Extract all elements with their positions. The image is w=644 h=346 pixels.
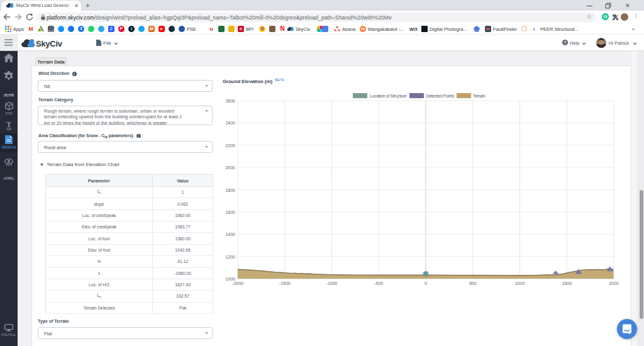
svg-text:1000: 1000: [225, 277, 235, 281]
svg-text:-500: -500: [374, 281, 383, 286]
svg-text:0: 0: [425, 281, 427, 286]
svg-text:2400: 2400: [225, 121, 235, 125]
svg-text:2000: 2000: [225, 165, 235, 170]
svg-text:2000: 2000: [609, 281, 619, 286]
svg-text:1000: 1000: [515, 281, 525, 286]
svg-text:1600: 1600: [225, 210, 235, 215]
svg-text:-2000: -2000: [232, 281, 243, 286]
svg-text:-1000: -1000: [326, 281, 338, 286]
svg-text:2600: 2600: [225, 99, 235, 103]
svg-text:1400: 1400: [225, 232, 235, 237]
svg-text:-1500: -1500: [279, 281, 291, 286]
svg-text:2200: 2200: [225, 143, 235, 148]
svg-text:1200: 1200: [225, 255, 235, 259]
svg-text:1500: 1500: [562, 281, 572, 286]
svg-text:500: 500: [469, 281, 477, 286]
svg-text:1800: 1800: [225, 188, 235, 193]
